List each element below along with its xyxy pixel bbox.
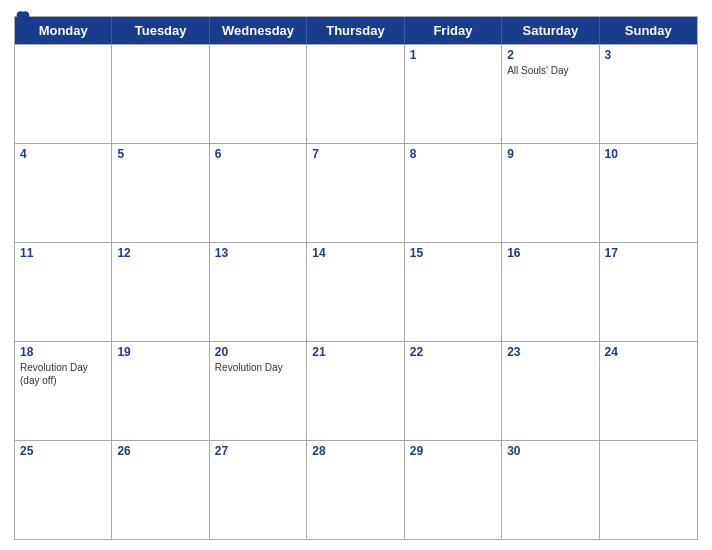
day-number: 28 — [312, 444, 398, 458]
logo — [14, 10, 34, 26]
day-cell-empty-1 — [112, 45, 209, 143]
day-header-tuesday: Tuesday — [112, 17, 209, 44]
day-cell-23: 23 — [502, 342, 599, 440]
day-cell-empty-2 — [210, 45, 307, 143]
day-cell-4: 4 — [15, 144, 112, 242]
day-number: 27 — [215, 444, 301, 458]
week-row-4: 18Revolution Day (day off)1920Revolution… — [15, 341, 697, 440]
logo-bird-icon — [14, 10, 32, 26]
event-text: Revolution Day (day off) — [20, 361, 106, 387]
day-cell-20: 20Revolution Day — [210, 342, 307, 440]
day-number: 8 — [410, 147, 496, 161]
day-cell-empty-6 — [600, 441, 697, 539]
day-cell-18: 18Revolution Day (day off) — [15, 342, 112, 440]
event-text: Revolution Day — [215, 361, 301, 374]
day-number: 15 — [410, 246, 496, 260]
day-number: 12 — [117, 246, 203, 260]
day-number: 14 — [312, 246, 398, 260]
calendar-container: MondayTuesdayWednesdayThursdayFridaySatu… — [0, 0, 712, 550]
day-cell-17: 17 — [600, 243, 697, 341]
day-number: 24 — [605, 345, 692, 359]
week-row-1: 12All Souls' Day3 — [15, 44, 697, 143]
day-cell-28: 28 — [307, 441, 404, 539]
day-cell-2: 2All Souls' Day — [502, 45, 599, 143]
day-cell-8: 8 — [405, 144, 502, 242]
day-cell-9: 9 — [502, 144, 599, 242]
day-number: 9 — [507, 147, 593, 161]
day-cell-19: 19 — [112, 342, 209, 440]
day-cell-10: 10 — [600, 144, 697, 242]
day-cell-11: 11 — [15, 243, 112, 341]
day-cell-25: 25 — [15, 441, 112, 539]
day-number: 29 — [410, 444, 496, 458]
day-number: 5 — [117, 147, 203, 161]
day-cell-22: 22 — [405, 342, 502, 440]
day-number: 4 — [20, 147, 106, 161]
week-row-5: 252627282930 — [15, 440, 697, 539]
day-number: 1 — [410, 48, 496, 62]
day-cell-14: 14 — [307, 243, 404, 341]
day-number: 7 — [312, 147, 398, 161]
day-cell-7: 7 — [307, 144, 404, 242]
day-cell-21: 21 — [307, 342, 404, 440]
day-number: 23 — [507, 345, 593, 359]
day-cell-1: 1 — [405, 45, 502, 143]
day-number: 3 — [605, 48, 692, 62]
day-cell-empty-0 — [15, 45, 112, 143]
day-cell-30: 30 — [502, 441, 599, 539]
logo-blue-text — [14, 10, 34, 26]
day-number: 18 — [20, 345, 106, 359]
day-headers-row: MondayTuesdayWednesdayThursdayFridaySatu… — [15, 17, 697, 44]
day-number: 20 — [215, 345, 301, 359]
day-cell-15: 15 — [405, 243, 502, 341]
day-number: 30 — [507, 444, 593, 458]
day-cell-6: 6 — [210, 144, 307, 242]
day-cell-12: 12 — [112, 243, 209, 341]
day-number: 22 — [410, 345, 496, 359]
day-number: 6 — [215, 147, 301, 161]
day-cell-5: 5 — [112, 144, 209, 242]
day-cell-13: 13 — [210, 243, 307, 341]
day-number: 13 — [215, 246, 301, 260]
week-row-2: 45678910 — [15, 143, 697, 242]
event-text: All Souls' Day — [507, 64, 593, 77]
day-number: 21 — [312, 345, 398, 359]
day-number: 17 — [605, 246, 692, 260]
day-header-thursday: Thursday — [307, 17, 404, 44]
day-number: 19 — [117, 345, 203, 359]
day-cell-empty-3 — [307, 45, 404, 143]
day-header-friday: Friday — [405, 17, 502, 44]
weeks-container: 12All Souls' Day345678910111213141516171… — [15, 44, 697, 539]
day-number: 10 — [605, 147, 692, 161]
day-cell-27: 27 — [210, 441, 307, 539]
day-number: 2 — [507, 48, 593, 62]
day-header-wednesday: Wednesday — [210, 17, 307, 44]
day-header-saturday: Saturday — [502, 17, 599, 44]
day-header-sunday: Sunday — [600, 17, 697, 44]
week-row-3: 11121314151617 — [15, 242, 697, 341]
day-cell-3: 3 — [600, 45, 697, 143]
day-cell-24: 24 — [600, 342, 697, 440]
day-cell-16: 16 — [502, 243, 599, 341]
calendar-grid: MondayTuesdayWednesdayThursdayFridaySatu… — [14, 16, 698, 540]
day-number: 25 — [20, 444, 106, 458]
day-number: 26 — [117, 444, 203, 458]
day-number: 16 — [507, 246, 593, 260]
day-number: 11 — [20, 246, 106, 260]
day-cell-29: 29 — [405, 441, 502, 539]
day-cell-26: 26 — [112, 441, 209, 539]
